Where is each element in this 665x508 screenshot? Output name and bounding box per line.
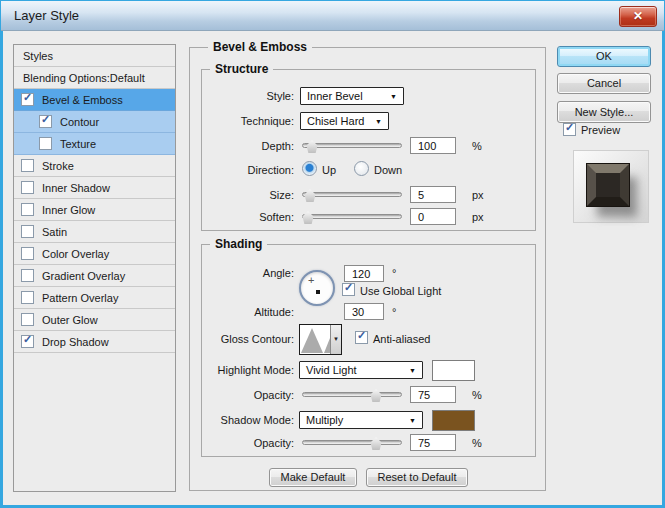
shadow-opacity-thumb[interactable] [370, 437, 382, 450]
style-label: Style: [202, 90, 294, 102]
reset-to-default-button[interactable]: Reset to Default [366, 468, 468, 487]
sidebar-item-color-overlay[interactable]: ✓ Color Overlay [14, 243, 175, 265]
sidebar-item-texture[interactable]: ✓ Texture [14, 133, 175, 155]
shadow-opacity-slider[interactable] [302, 434, 402, 451]
size-slider-track[interactable] [302, 192, 402, 197]
ok-button[interactable]: OK [557, 46, 651, 67]
chevron-down-icon: ▼ [409, 367, 416, 374]
direction-down-radio[interactable] [354, 161, 369, 176]
anti-aliased-label: Anti-aliased [373, 333, 430, 345]
highlight-mode-dropdown[interactable]: Vivid Light ▼ [299, 361, 423, 379]
depth-slider-thumb[interactable] [306, 140, 318, 153]
size-slider[interactable] [302, 186, 402, 203]
window-title: Layer Style [14, 8, 79, 23]
sidebar-item-stroke[interactable]: ✓ Stroke [14, 155, 175, 177]
soften-slider-thumb[interactable] [302, 211, 314, 224]
checkbox-inner-shadow[interactable]: ✓ [21, 181, 34, 194]
use-global-light-label: Use Global Light [360, 285, 441, 297]
bevel-preview-square [587, 164, 629, 206]
checkbox-bevel-emboss[interactable]: ✓ [21, 93, 34, 106]
anti-aliased-checkbox[interactable]: ✓ [355, 331, 368, 344]
highlight-opacity-thumb[interactable] [370, 389, 382, 402]
gloss-contour-picker[interactable]: ▼ [299, 324, 342, 355]
sidebar-item-bevel-emboss[interactable]: ✓ Bevel & Emboss [14, 89, 175, 111]
checkbox-color-overlay[interactable]: ✓ [21, 247, 34, 260]
shadow-opacity-unit: % [472, 437, 482, 449]
cancel-button[interactable]: Cancel [557, 73, 651, 94]
soften-slider[interactable] [302, 208, 402, 225]
sidebar-item-blending-options[interactable]: Blending Options:Default [14, 67, 175, 89]
new-style-button[interactable]: New Style... [557, 101, 651, 123]
angle-center-dot [316, 290, 320, 294]
size-input[interactable] [410, 186, 456, 203]
shading-group: Shading Angle: + ° ✓ Use Global Light Al… [201, 244, 536, 457]
chevron-down-icon: ▼ [375, 118, 382, 125]
altitude-input[interactable] [344, 303, 384, 320]
styles-sidebar: Styles Blending Options:Default ✓ Bevel … [13, 44, 176, 492]
preview-checkbox[interactable]: ✓ [563, 123, 576, 136]
structure-group: Structure Style: Inner Bevel ▼ Technique… [201, 69, 536, 231]
angle-crosshair-icon: + [308, 274, 314, 286]
checkbox-satin[interactable]: ✓ [21, 225, 34, 238]
sidebar-item-gradient-overlay[interactable]: ✓ Gradient Overlay [14, 265, 175, 287]
check-icon: ✓ [344, 281, 353, 294]
highlight-mode-label: Highlight Mode: [202, 364, 294, 376]
sidebar-item-contour[interactable]: ✓ Contour [14, 111, 175, 133]
direction-label: Direction: [202, 164, 294, 176]
depth-slider[interactable] [302, 137, 402, 154]
angle-label: Angle: [202, 267, 294, 279]
use-global-light-checkbox[interactable]: ✓ [342, 283, 355, 296]
checkbox-gradient-overlay[interactable]: ✓ [21, 269, 34, 282]
style-dropdown[interactable]: Inner Bevel ▼ [300, 87, 404, 105]
soften-unit: px [472, 211, 484, 223]
chevron-down-icon: ▼ [390, 93, 397, 100]
sidebar-item-styles[interactable]: Styles [14, 45, 175, 67]
technique-dropdown[interactable]: Chisel Hard ▼ [300, 112, 389, 130]
shadow-opacity-input[interactable] [410, 434, 456, 451]
shadow-color-swatch[interactable] [432, 410, 475, 431]
contour-dropdown-arrow-icon[interactable]: ▼ [330, 325, 341, 354]
check-icon: ✓ [565, 121, 574, 134]
checkbox-pattern-overlay[interactable]: ✓ [21, 291, 34, 304]
sidebar-item-outer-glow[interactable]: ✓ Outer Glow [14, 309, 175, 331]
direction-down-label: Down [374, 164, 402, 176]
soften-slider-track[interactable] [302, 214, 402, 219]
shadow-mode-dropdown[interactable]: Multiply ▼ [299, 411, 423, 429]
highlight-opacity-track[interactable] [302, 392, 402, 397]
checkbox-outer-glow[interactable]: ✓ [21, 313, 34, 326]
gloss-contour-label: Gloss Contour: [202, 333, 294, 345]
depth-input[interactable] [410, 137, 456, 154]
shadow-opacity-track[interactable] [302, 440, 402, 445]
technique-label: Technique: [202, 115, 294, 127]
preview-label: Preview [581, 124, 620, 136]
highlight-opacity-input[interactable] [410, 386, 456, 403]
highlight-opacity-slider[interactable] [302, 386, 402, 403]
size-unit: px [472, 189, 484, 201]
highlight-opacity-unit: % [472, 389, 482, 401]
panel-title: Bevel & Emboss [208, 40, 312, 54]
checkbox-inner-glow[interactable]: ✓ [21, 203, 34, 216]
make-default-button[interactable]: Make Default [269, 468, 357, 487]
soften-input[interactable] [410, 208, 456, 225]
sidebar-item-pattern-overlay[interactable]: ✓ Pattern Overlay [14, 287, 175, 309]
sidebar-item-satin[interactable]: ✓ Satin [14, 221, 175, 243]
size-label: Size: [202, 189, 294, 201]
check-icon: ✓ [23, 91, 32, 104]
sidebar-item-inner-shadow[interactable]: ✓ Inner Shadow [14, 177, 175, 199]
shading-legend: Shading [210, 237, 267, 251]
checkbox-stroke[interactable]: ✓ [21, 159, 34, 172]
angle-input[interactable] [344, 265, 384, 282]
size-slider-thumb[interactable] [304, 189, 316, 202]
check-icon: ✓ [357, 329, 366, 342]
sidebar-item-inner-glow[interactable]: ✓ Inner Glow [14, 199, 175, 221]
shadow-mode-label: Shadow Mode: [202, 414, 294, 426]
shadow-opacity-label: Opacity: [202, 437, 294, 449]
checkbox-drop-shadow[interactable]: ✓ [21, 335, 34, 348]
close-button[interactable]: ✕ [619, 6, 657, 27]
highlight-color-swatch[interactable] [432, 360, 475, 381]
checkbox-texture[interactable]: ✓ [39, 137, 52, 150]
sidebar-item-drop-shadow[interactable]: ✓ Drop Shadow [14, 331, 175, 353]
angle-dial[interactable]: + [299, 270, 335, 306]
checkbox-contour[interactable]: ✓ [39, 115, 52, 128]
direction-up-radio[interactable] [302, 161, 317, 176]
